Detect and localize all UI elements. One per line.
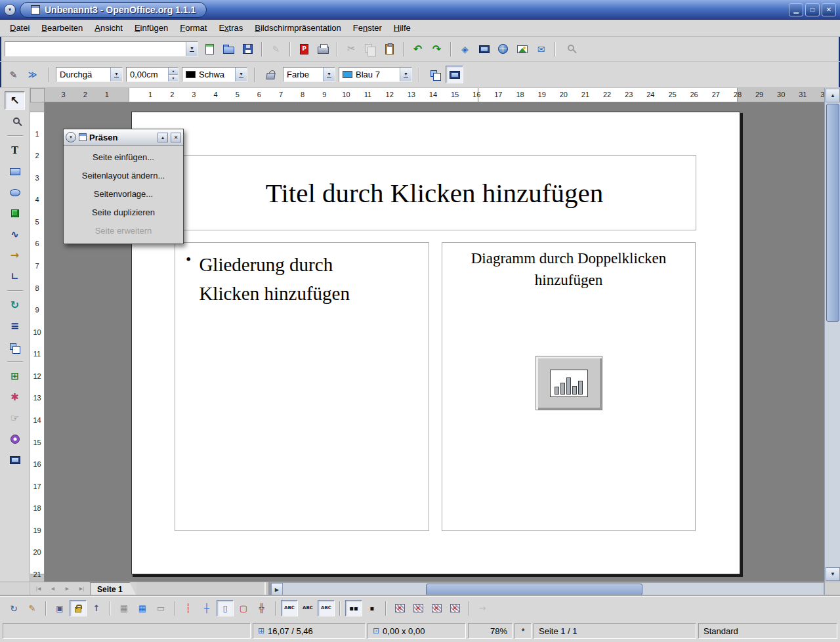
- gallery-button[interactable]: [513, 40, 531, 58]
- curve-tool-button[interactable]: ∿: [5, 225, 25, 244]
- hyperlink-dialog-button[interactable]: [494, 40, 512, 58]
- menu-format[interactable]: Format: [174, 21, 213, 35]
- menu-fenster[interactable]: Fenster: [347, 21, 388, 35]
- status-page[interactable]: Seite 1 / 1: [534, 623, 696, 639]
- snap-lines-button[interactable]: ┆: [180, 600, 197, 616]
- undo-button[interactable]: ↶: [409, 40, 427, 58]
- select-button[interactable]: ↖: [5, 91, 25, 110]
- text-placeholder-button[interactable]: ✕: [428, 600, 445, 616]
- menu-bearbeiten[interactable]: Bearbeiten: [35, 21, 89, 35]
- new-document-button[interactable]: [201, 40, 219, 58]
- redo-button[interactable]: ↷: [428, 40, 446, 58]
- status-object-size[interactable]: ⊡ 0,00 x 0,00: [368, 623, 466, 639]
- snap-to-border-button[interactable]: ▢: [235, 600, 252, 616]
- palette-title-bar[interactable]: ▾ Präsen ▴ ✕: [64, 129, 183, 146]
- line-width-up-button[interactable]: ▲: [168, 68, 178, 74]
- exit-all-groups-button[interactable]: ▪: [364, 600, 381, 616]
- double-click-edit-text-button[interactable]: ABC: [318, 600, 335, 616]
- fill-can-button[interactable]: [262, 66, 280, 83]
- status-zoom[interactable]: 78%: [468, 623, 513, 639]
- export-pdf-button[interactable]: P: [295, 40, 313, 58]
- fill-style-dropdown-button[interactable]: ▼: [323, 68, 335, 81]
- palette-item-1[interactable]: Seite einfügen...: [64, 148, 183, 166]
- maximize-button[interactable]: □: [805, 3, 820, 16]
- navigator-button[interactable]: ◈: [456, 40, 474, 58]
- save-document-button[interactable]: [239, 40, 257, 58]
- edit-glue-points-button[interactable]: ✎: [24, 600, 41, 616]
- contour-mode-button[interactable]: ✕: [410, 600, 427, 616]
- line-contour-button[interactable]: ✕: [446, 600, 463, 616]
- line-width-down-button[interactable]: ▼: [168, 74, 178, 81]
- ellipse-tool-button[interactable]: [5, 183, 25, 202]
- snap-to-guides-button[interactable]: ┼: [198, 600, 215, 616]
- send-mail-button[interactable]: ✉: [532, 40, 550, 58]
- edit-points-button[interactable]: ✎: [5, 66, 22, 83]
- enter-group-button[interactable]: ▣: [51, 600, 68, 616]
- effects-tool-button[interactable]: ✱: [5, 388, 25, 406]
- palette-rollup-button[interactable]: ▴: [158, 133, 168, 142]
- title-bar[interactable]: ▾ Unbenannt3 - OpenOffice.org 1.1.1 ▁ □ …: [0, 0, 840, 20]
- guides-visible-button[interactable]: ▭: [152, 600, 169, 616]
- arrange-tool-button[interactable]: [5, 338, 25, 356]
- scroll-right-button[interactable]: ▶: [271, 583, 283, 596]
- palette-close-button[interactable]: ✕: [171, 133, 181, 142]
- menu-hilfe[interactable]: Hilfe: [388, 21, 417, 35]
- glue-points-button[interactable]: ≫: [24, 66, 41, 83]
- select-text-area-button[interactable]: ABC: [299, 600, 316, 616]
- outline-placeholder[interactable]: •Gliederung durch Klicken hinzufügen: [175, 242, 429, 531]
- line-color-dropdown-button[interactable]: ▼: [235, 68, 247, 81]
- paste-button[interactable]: [381, 40, 398, 58]
- image-placeholder-button[interactable]: ✕: [391, 600, 408, 616]
- palette-item-2[interactable]: Seitenlayout ändern...: [64, 166, 183, 184]
- chart-placeholder[interactable]: Diagramm durch Doppelklicken hinzufügen: [442, 242, 696, 531]
- horizontal-scrollbar-thumb[interactable]: [426, 584, 642, 595]
- palette-item-3[interactable]: Seitenvorlage...: [64, 184, 183, 203]
- menu-extras[interactable]: Extras: [213, 21, 249, 35]
- scroll-down-button[interactable]: ▼: [826, 567, 840, 581]
- vertical-ruler[interactable]: 123456789101112131415161718192021: [30, 102, 45, 582]
- shadow-button[interactable]: [427, 66, 444, 83]
- snap-to-points-button[interactable]: ╬: [253, 600, 270, 616]
- horizontal-scrollbar[interactable]: ◀ ▶: [270, 582, 824, 596]
- horizontal-ruler[interactable]: 3211234567891011121314151617181920212223…: [45, 88, 824, 102]
- presentation-object-tool-button[interactable]: [5, 451, 25, 469]
- rotate-tool-button[interactable]: ↻: [5, 296, 25, 314]
- ruler-corner[interactable]: [30, 88, 45, 102]
- window-menu-button[interactable]: ▾: [4, 4, 16, 16]
- palette-item-4[interactable]: Seite duplizieren: [64, 203, 183, 221]
- status-cursor-position[interactable]: ⊞ 16,07 / 5,46: [253, 623, 366, 639]
- animation-tool-button[interactable]: [5, 430, 25, 448]
- menu-einfgen[interactable]: Einfügen: [129, 21, 174, 35]
- protect-position-button[interactable]: [70, 600, 87, 616]
- snap-to-margins-button[interactable]: ▯: [217, 600, 234, 616]
- rectangle-tool-button[interactable]: [5, 162, 25, 181]
- interaction-tool-button[interactable]: ☞: [5, 409, 25, 427]
- quick-edit-button[interactable]: ABC: [281, 600, 298, 616]
- open-document-button[interactable]: [220, 40, 238, 58]
- slide[interactable]: Titel durch Klicken hinzufügen •Gliederu…: [131, 112, 740, 574]
- url-dropdown-button[interactable]: ▼: [186, 42, 198, 56]
- workspace[interactable]: Titel durch Klicken hinzufügen •Gliederu…: [45, 102, 824, 582]
- stylist-button[interactable]: [475, 40, 493, 58]
- vertical-scrollbar[interactable]: ▲ ▼: [824, 88, 840, 582]
- close-button[interactable]: ✕: [822, 3, 836, 16]
- grid-visible-button[interactable]: ▦: [116, 600, 133, 616]
- zoom-tool-button[interactable]: [5, 112, 25, 131]
- exit-group-button[interactable]: ↑: [88, 600, 105, 616]
- print-file-button[interactable]: [314, 40, 332, 58]
- rotation-mode-button[interactable]: ↻: [5, 600, 22, 616]
- menu-ansicht[interactable]: Ansicht: [89, 21, 129, 35]
- menu-datei[interactable]: Datei: [4, 21, 35, 35]
- palette-menu-button[interactable]: ▾: [66, 132, 76, 142]
- status-page-template[interactable]: Standard: [698, 623, 837, 639]
- lines-arrows-tool-button[interactable]: →: [5, 246, 25, 265]
- alignment-tool-button[interactable]: ≡: [5, 317, 25, 335]
- page-tab[interactable]: Seite 1: [90, 582, 136, 596]
- line-style-dropdown-button[interactable]: ▼: [110, 68, 122, 81]
- minimize-button[interactable]: ▁: [789, 3, 803, 16]
- insert-tool-button[interactable]: ⊞: [5, 367, 25, 385]
- vertical-scrollbar-thumb[interactable]: [826, 104, 839, 322]
- url-input[interactable]: [5, 42, 186, 56]
- create-with-attributes-button[interactable]: ▪▪: [345, 600, 362, 616]
- presentation-box-button[interactable]: [446, 66, 463, 83]
